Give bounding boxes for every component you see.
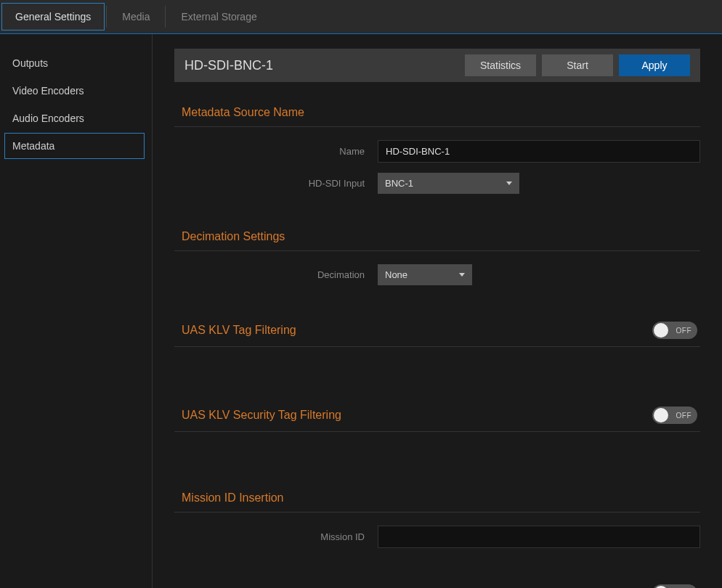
sidebar-item-audio-encoders[interactable]: Audio Encoders xyxy=(4,105,145,131)
sidebar-item-video-encoders[interactable]: Video Encoders xyxy=(4,78,145,104)
uas-klv-toggle[interactable]: OFF xyxy=(652,322,697,339)
section-title-text: UAS KLV Tag Filtering xyxy=(182,324,296,337)
decimation-select[interactable]: None xyxy=(378,264,472,285)
tab-separator xyxy=(165,6,166,28)
toggle-knob xyxy=(654,323,668,338)
section-title-decimation-settings: Decimation Settings xyxy=(174,224,700,251)
header-bar: HD-SDI-BNC-1 Statistics Start Apply xyxy=(174,49,700,82)
name-input[interactable] xyxy=(378,140,700,163)
decimation-label: Decimation xyxy=(174,269,378,280)
toggle-label: OFF xyxy=(676,327,692,335)
section-title-security-data-set-insertion: Security Data Set Insertion OFF xyxy=(174,579,700,588)
sidebar: Outputs Video Encoders Audio Encoders Me… xyxy=(0,34,153,588)
chevron-down-icon xyxy=(506,181,512,185)
hd-sdi-input-label: HD-SDI Input xyxy=(174,178,378,189)
start-button[interactable]: Start xyxy=(542,54,613,76)
uas-klv-security-toggle[interactable]: OFF xyxy=(652,407,697,424)
sidebar-item-metadata[interactable]: Metadata xyxy=(4,133,145,159)
toggle-label: OFF xyxy=(676,412,692,420)
section-title-mission-id-insertion: Mission ID Insertion xyxy=(174,486,700,513)
chevron-down-icon xyxy=(459,273,465,277)
tab-separator xyxy=(106,6,107,28)
section-title-uas-klv-tag-filtering: UAS KLV Tag Filtering OFF xyxy=(174,316,700,347)
tab-external-storage[interactable]: External Storage xyxy=(167,3,270,30)
name-label: Name xyxy=(174,146,378,157)
decimation-value: None xyxy=(385,269,407,280)
sidebar-item-outputs[interactable]: Outputs xyxy=(4,50,145,76)
section-title-uas-klv-security-tag-filtering: UAS KLV Security Tag Filtering OFF xyxy=(174,401,700,432)
section-title-metadata-source-name: Metadata Source Name xyxy=(174,100,700,127)
hd-sdi-input-select[interactable]: BNC-1 xyxy=(378,173,519,194)
main-panel: HD-SDI-BNC-1 Statistics Start Apply Meta… xyxy=(153,34,722,588)
security-data-set-toggle[interactable]: OFF xyxy=(652,584,697,588)
top-tabs: General Settings Media External Storage xyxy=(0,0,722,34)
statistics-button[interactable]: Statistics xyxy=(465,54,536,76)
apply-button[interactable]: Apply xyxy=(619,54,690,76)
section-title-text: UAS KLV Security Tag Filtering xyxy=(182,409,341,422)
hd-sdi-input-value: BNC-1 xyxy=(385,178,413,189)
tab-media[interactable]: Media xyxy=(108,3,163,30)
mission-id-label: Mission ID xyxy=(174,531,378,542)
mission-id-input[interactable] xyxy=(378,526,700,548)
tab-general-settings[interactable]: General Settings xyxy=(1,3,105,30)
toggle-knob xyxy=(654,408,668,422)
page-title: HD-SDI-BNC-1 xyxy=(184,58,459,73)
